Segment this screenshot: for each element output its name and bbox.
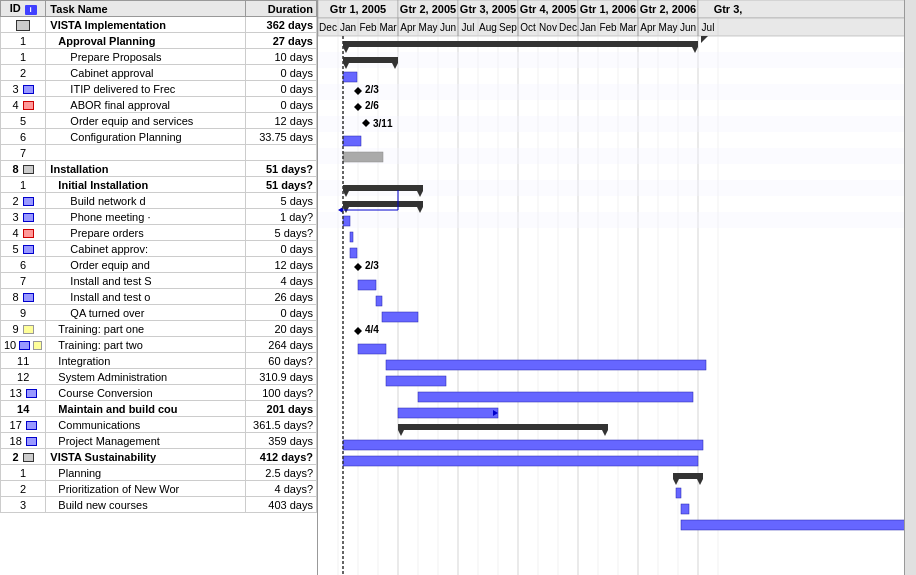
svg-rect-100 bbox=[343, 201, 423, 207]
svg-rect-122 bbox=[343, 440, 703, 450]
table-row: 6 Order equip and 12 days bbox=[1, 257, 317, 273]
svg-marker-111 bbox=[354, 327, 362, 335]
table-row: 2 Prioritization of New Wor 4 days? bbox=[1, 481, 317, 497]
summary-icon2 bbox=[23, 453, 34, 462]
svg-rect-95 bbox=[343, 136, 361, 146]
duration: 100 days? bbox=[246, 385, 317, 401]
task-name: Cabinet approval bbox=[46, 65, 246, 81]
svg-marker-120 bbox=[398, 430, 404, 436]
task-icon-blue3 bbox=[26, 421, 37, 430]
task-icon-blue4 bbox=[26, 437, 37, 446]
table-row: 1 Approval Planning 27 days bbox=[1, 33, 317, 49]
svg-text:Apr: Apr bbox=[400, 22, 416, 33]
vertical-scrollbar[interactable] bbox=[904, 0, 916, 575]
task-icon-blue bbox=[23, 245, 34, 254]
svg-text:Oct: Oct bbox=[520, 22, 536, 33]
svg-rect-77 bbox=[318, 84, 904, 100]
duration: 12 days bbox=[246, 113, 317, 129]
task-icon-blue bbox=[23, 197, 34, 206]
svg-rect-124 bbox=[673, 473, 703, 479]
task-name: Training: part one bbox=[46, 321, 246, 337]
info-icon: i bbox=[25, 5, 37, 15]
duration: 264 days bbox=[246, 337, 317, 353]
svg-rect-78 bbox=[318, 116, 904, 132]
duration: 310.9 days bbox=[246, 369, 317, 385]
svg-text:Gtr 1, 2005: Gtr 1, 2005 bbox=[330, 3, 386, 15]
svg-rect-113 bbox=[358, 344, 386, 354]
svg-rect-116 bbox=[418, 392, 693, 402]
duration: 51 days? bbox=[246, 161, 317, 177]
duration: 51 days? bbox=[246, 177, 317, 193]
svg-rect-108 bbox=[358, 280, 376, 290]
svg-text:Apr: Apr bbox=[640, 22, 656, 33]
table-row: 9 Training: part one 20 days bbox=[1, 321, 317, 337]
svg-text:Jun: Jun bbox=[680, 22, 696, 33]
task-name: Build network d bbox=[46, 193, 246, 209]
svg-rect-104 bbox=[350, 232, 353, 242]
svg-text:Sep: Sep bbox=[499, 22, 517, 33]
duration: 403 days bbox=[246, 497, 317, 513]
table-row: 5 Order equip and services 12 days bbox=[1, 113, 317, 129]
task-name: Installation bbox=[46, 161, 246, 177]
task-name: Prioritization of New Wor bbox=[46, 481, 246, 497]
svg-rect-119 bbox=[398, 424, 608, 430]
svg-text:Jan: Jan bbox=[340, 22, 356, 33]
task-name: Initial Installation bbox=[46, 177, 246, 193]
duration: 359 days bbox=[246, 433, 317, 449]
table-row: 11 Integration 60 days? bbox=[1, 353, 317, 369]
svg-rect-82 bbox=[343, 41, 698, 47]
task-icon-blue2 bbox=[26, 389, 37, 398]
table-row: 9 QA turned over 0 days bbox=[1, 305, 317, 321]
table-row: 3 ITIP delivered to Frec 0 days bbox=[1, 81, 317, 97]
task-name: Configuration Planning bbox=[46, 129, 246, 145]
task-icon-blue bbox=[19, 341, 30, 350]
duration: 33.75 days bbox=[246, 129, 317, 145]
note-icon2 bbox=[33, 341, 42, 350]
task-name: System Administration bbox=[46, 369, 246, 385]
duration: 20 days bbox=[246, 321, 317, 337]
svg-rect-103 bbox=[343, 216, 350, 226]
duration: 362 days bbox=[246, 17, 317, 33]
task-icon-red bbox=[23, 101, 34, 110]
svg-text:May: May bbox=[659, 22, 678, 33]
svg-rect-115 bbox=[386, 376, 446, 386]
task-table: ID i Task Name Duration VISTA Implementa… bbox=[0, 0, 318, 575]
svg-text:May: May bbox=[419, 22, 438, 33]
svg-rect-76 bbox=[318, 52, 904, 68]
svg-text:2/3: 2/3 bbox=[365, 260, 379, 271]
svg-rect-114 bbox=[386, 360, 706, 370]
task-name: VISTA Implementation bbox=[46, 17, 246, 33]
task-name: Build new courses bbox=[46, 497, 246, 513]
gantt-chart[interactable]: Gtr 1, 2005 Gtr 2, 2005 Gtr 3, 2005 Gtr … bbox=[318, 0, 904, 575]
svg-marker-91 bbox=[354, 103, 362, 111]
svg-text:Gtr 2, 2005: Gtr 2, 2005 bbox=[400, 3, 456, 15]
table-row: 8 Install and test o 26 days bbox=[1, 289, 317, 305]
task-name: Approval Planning bbox=[46, 33, 246, 49]
table-row: 12 System Administration 310.9 days bbox=[1, 369, 317, 385]
duration: 12 days bbox=[246, 257, 317, 273]
svg-text:Mar: Mar bbox=[619, 22, 637, 33]
task-name: Cabinet approv: bbox=[46, 241, 246, 257]
svg-rect-127 bbox=[676, 488, 681, 498]
svg-text:Feb: Feb bbox=[359, 22, 377, 33]
note-icon bbox=[23, 325, 34, 334]
duration: 0 days bbox=[246, 305, 317, 321]
task-name: Order equip and bbox=[46, 257, 246, 273]
table-row: 10 Training: part two 264 days bbox=[1, 337, 317, 353]
table-row: 5 Cabinet approv: 0 days bbox=[1, 241, 317, 257]
svg-text:Gtr 3,: Gtr 3, bbox=[714, 3, 743, 15]
svg-marker-133 bbox=[701, 36, 708, 43]
svg-text:Jun: Jun bbox=[440, 22, 456, 33]
id-header: ID bbox=[10, 2, 21, 14]
table-row: 13 Course Conversion 100 days? bbox=[1, 385, 317, 401]
task-name: VISTA Sustainability bbox=[46, 449, 246, 465]
summary-icon bbox=[16, 20, 30, 31]
svg-text:Gtr 4, 2005: Gtr 4, 2005 bbox=[520, 3, 576, 15]
task-name: Prepare orders bbox=[46, 225, 246, 241]
main-container: ID i Task Name Duration VISTA Implementa… bbox=[0, 0, 916, 575]
table-row: VISTA Implementation 362 days bbox=[1, 17, 317, 33]
duration-header: Duration bbox=[246, 1, 317, 17]
svg-text:3/11: 3/11 bbox=[373, 118, 393, 129]
svg-text:Gtr 2, 2006: Gtr 2, 2006 bbox=[640, 3, 696, 15]
svg-text:Jan: Jan bbox=[580, 22, 596, 33]
